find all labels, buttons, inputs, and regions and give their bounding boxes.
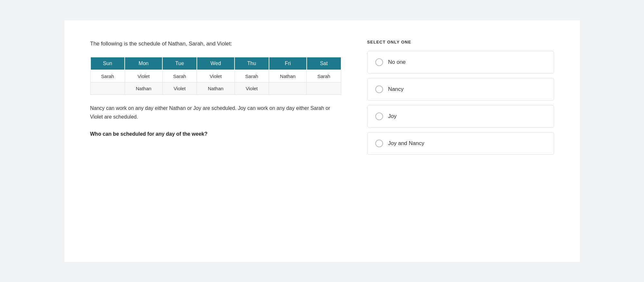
- schedule-header-thu: Thu: [235, 57, 269, 70]
- option-joy[interactable]: Joy: [367, 105, 554, 128]
- schedule-cell-r1-c0: [91, 83, 125, 95]
- schedule-row-1: NathanVioletNathanViolet: [91, 83, 341, 95]
- description-text: Nancy can work on any day either Nathan …: [90, 104, 341, 121]
- schedule-header-sun: Sun: [91, 57, 125, 70]
- radio-joy[interactable]: [375, 112, 383, 120]
- schedule-cell-r0-c6: Sarah: [307, 70, 341, 83]
- schedule-cell-r1-c1: Nathan: [125, 83, 162, 95]
- schedule-header-sat: Sat: [307, 57, 341, 70]
- schedule-header-row: SunMonTueWedThuFriSat: [91, 57, 341, 70]
- option-label-joy: Joy: [388, 113, 397, 120]
- schedule-cell-r0-c5: Nathan: [269, 70, 307, 83]
- schedule-cell-r1-c6: [307, 83, 341, 95]
- schedule-header-mon: Mon: [125, 57, 162, 70]
- schedule-cell-r1-c5: [269, 83, 307, 95]
- schedule-cell-r1-c4: Violet: [235, 83, 269, 95]
- schedule-row-0: SarahVioletSarahVioletSarahNathanSarah: [91, 70, 341, 83]
- option-nancy[interactable]: Nancy: [367, 78, 554, 101]
- option-label-no-one: No one: [388, 59, 406, 65]
- select-only-one-label: SELECT ONLY ONE: [367, 40, 554, 44]
- schedule-header-tue: Tue: [162, 57, 197, 70]
- radio-nancy[interactable]: [375, 85, 383, 93]
- schedule-header-wed: Wed: [197, 57, 235, 70]
- schedule-cell-r0-c4: Sarah: [235, 70, 269, 83]
- option-label-nancy: Nancy: [388, 86, 404, 92]
- schedule-cell-r0-c0: Sarah: [91, 70, 125, 83]
- question-text: Who can be scheduled for any day of the …: [90, 130, 341, 138]
- option-label-joy-and-nancy: Joy and Nancy: [388, 140, 424, 147]
- schedule-cell-r0-c1: Violet: [125, 70, 162, 83]
- schedule-cell-r1-c2: Violet: [162, 83, 197, 95]
- schedule-header-fri: Fri: [269, 57, 307, 70]
- option-no-one[interactable]: No one: [367, 51, 554, 73]
- schedule-table: SunMonTueWedThuFriSat SarahVioletSarahVi…: [90, 57, 341, 95]
- page-container: The following is the schedule of Nathan,…: [64, 20, 580, 262]
- intro-text: The following is the schedule of Nathan,…: [90, 40, 341, 48]
- radio-no-one[interactable]: [375, 58, 383, 66]
- schedule-body: SarahVioletSarahVioletSarahNathanSarahNa…: [91, 70, 341, 95]
- radio-joy-and-nancy[interactable]: [375, 140, 383, 147]
- left-panel: The following is the schedule of Nathan,…: [90, 40, 341, 243]
- schedule-cell-r1-c3: Nathan: [197, 83, 235, 95]
- schedule-cell-r0-c2: Sarah: [162, 70, 197, 83]
- schedule-cell-r0-c3: Violet: [197, 70, 235, 83]
- options-list: No oneNancyJoyJoy and Nancy: [367, 51, 554, 155]
- right-panel: SELECT ONLY ONE No oneNancyJoyJoy and Na…: [367, 40, 554, 243]
- option-joy-and-nancy[interactable]: Joy and Nancy: [367, 132, 554, 155]
